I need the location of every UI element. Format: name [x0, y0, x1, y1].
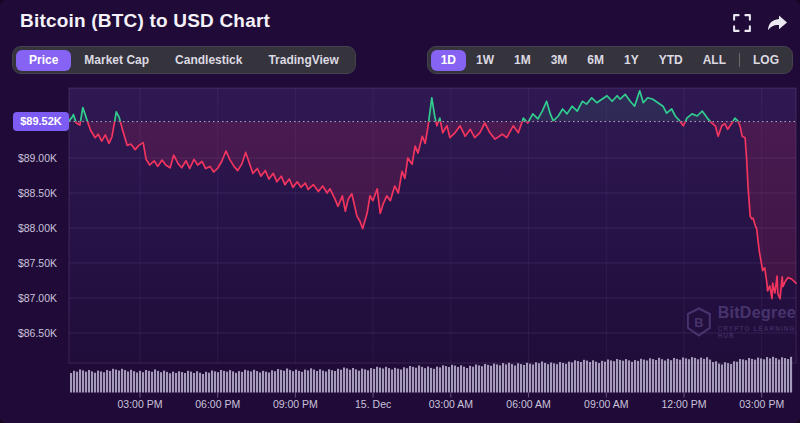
- watermark-name: BitDegree: [718, 304, 800, 322]
- x-axis-label: 09:00 PM: [257, 398, 333, 410]
- bitdegree-shield-icon: B: [687, 305, 711, 339]
- y-axis-label: $88.00K: [4, 222, 57, 234]
- x-axis-label: 09:00 AM: [568, 398, 644, 410]
- y-axis-label: $86.50K: [4, 327, 57, 339]
- x-axis-label: 03:00 PM: [724, 398, 800, 410]
- y-axis-label: $88.50K: [4, 187, 57, 199]
- x-axis-label: 15. Dec: [335, 398, 411, 410]
- x-axis-label: 03:00 AM: [413, 398, 489, 410]
- current-price-badge: $89.52K: [13, 112, 69, 131]
- x-axis-label: 12:00 PM: [646, 398, 722, 410]
- btc-chart-widget: Bitcoin (BTC) to USD Chart Price Market …: [0, 0, 800, 423]
- x-axis-label: 06:00 AM: [491, 398, 567, 410]
- y-axis-label: $87.50K: [4, 257, 57, 269]
- watermark-tagline: CRYPTO LEARNING HUB: [718, 325, 800, 339]
- bitdegree-watermark: B BitDegree CRYPTO LEARNING HUB: [687, 304, 800, 339]
- y-axis-label: $87.00K: [4, 292, 57, 304]
- price-chart[interactable]: [0, 0, 800, 423]
- x-axis-label: 06:00 PM: [180, 398, 256, 410]
- svg-text:B: B: [694, 315, 703, 329]
- x-axis-label: 03:00 PM: [102, 398, 178, 410]
- y-axis-label: $89.00K: [4, 152, 57, 164]
